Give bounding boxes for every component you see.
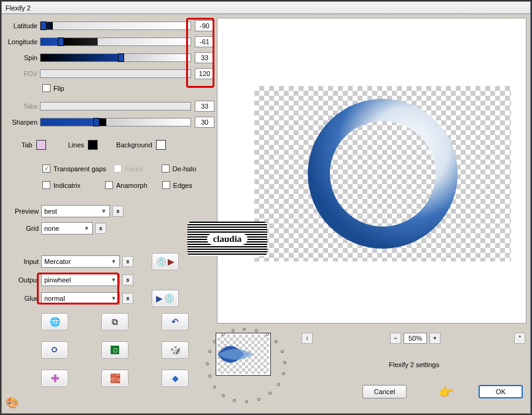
longitude-value[interactable]: -61	[195, 36, 214, 47]
gem-button[interactable]: ◆	[162, 370, 189, 387]
random-button[interactable]: 🎲	[162, 341, 189, 359]
grid-settings-button[interactable]: s	[95, 223, 106, 234]
latitude-label: Latitude	[4, 22, 40, 29]
zoom-value[interactable]: 50%	[404, 333, 427, 344]
flip-label: Flip	[53, 85, 65, 92]
collapse-button[interactable]: ˄	[514, 333, 525, 344]
edges-checkbox[interactable]	[162, 181, 170, 189]
dice-icon: 🎲	[170, 345, 181, 355]
spin-label: Spin	[4, 54, 40, 61]
latitude-value[interactable]: -90	[195, 20, 214, 31]
sharpen-slider[interactable]	[40, 118, 191, 126]
tabs-row: Tabs 33	[4, 101, 214, 112]
ring-preview-icon	[303, 94, 463, 254]
tab-color-swatch[interactable]	[36, 140, 46, 150]
transparent-gaps-checkbox[interactable]: ✓	[42, 165, 50, 173]
brick-button[interactable]: 🧱	[101, 370, 128, 387]
spin-slider[interactable]	[40, 53, 191, 62]
output-label: Output	[4, 276, 39, 284]
fov-value[interactable]: 120	[195, 68, 214, 79]
play-icon: ▶	[168, 257, 174, 266]
tabs-value[interactable]: 33	[195, 101, 214, 112]
sharpen-thumb[interactable]	[93, 118, 100, 126]
ring-icon: ⭘	[50, 344, 60, 355]
controls-panel: Latitude -90 Longitude -61 Spin 33	[2, 14, 217, 413]
chevron-down-icon: ▼	[100, 208, 108, 214]
output-combo-value: pinwheel	[44, 276, 71, 284]
tool-icon-grid: 🌐 ⧉ ↶ ⭘ ◻ 🎲 ✚ 🧱 ◆	[41, 313, 214, 387]
fov-label: FOV	[4, 70, 40, 77]
spin-row: Spin 33	[4, 52, 214, 63]
copy-icon: ⧉	[112, 317, 118, 327]
play-disc-button[interactable]: 💿▶	[152, 253, 179, 270]
glue-combo[interactable]: normal ▼	[41, 292, 120, 304]
zoom-out-button[interactable]: −	[390, 333, 401, 344]
fov-row: FOV 120	[4, 68, 214, 79]
settings-label: Flexify 2 settings	[389, 361, 439, 368]
zoom-in-button[interactable]: +	[429, 333, 440, 344]
chevron-down-icon: ▼	[109, 277, 118, 283]
play-disc-2-button[interactable]: ▶💿	[152, 290, 179, 307]
sharpen-row: Sharpen 30	[4, 117, 214, 128]
palette-icon[interactable]: 🎨	[6, 396, 19, 409]
anamorph-checkbox[interactable]	[105, 181, 113, 189]
input-combo[interactable]: Mercator ▼	[41, 255, 120, 268]
preview-settings-button[interactable]: s	[112, 206, 123, 217]
glue-settings-button[interactable]: s	[122, 293, 133, 304]
grid-combo[interactable]: none ▼	[41, 222, 93, 235]
longitude-thumb[interactable]	[58, 37, 64, 46]
window-title: Flexify 2	[2, 2, 530, 14]
lines-color-swatch[interactable]	[88, 140, 98, 150]
tabs-label: Tabs	[4, 103, 40, 110]
transparent-gaps-label: Transparent gaps	[53, 165, 106, 173]
dialog-window: Flexify 2 Latitude -90 Longitude -61 Spi…	[1, 1, 531, 414]
latitude-thumb[interactable]	[41, 21, 47, 30]
anamorph-label: Anamorph	[116, 182, 147, 189]
output-combo[interactable]: pinwheel ▼	[41, 274, 120, 286]
faces-checkbox	[114, 165, 122, 173]
indicatrix-checkbox[interactable]	[42, 181, 50, 189]
tabs-slider[interactable]	[40, 102, 191, 111]
target-button[interactable]: ◻	[101, 341, 128, 359]
undo-button[interactable]: ↶	[162, 313, 189, 330]
disc-icon: 💿	[164, 293, 174, 303]
preview-panel: i − 50% + ˄ Flexify 2 settings Cancel 👉 …	[217, 18, 526, 413]
indicatrix-label: Indicatrix	[53, 182, 80, 189]
plus-icon: ✚	[51, 373, 59, 384]
copy-button[interactable]: ⧉	[101, 313, 128, 330]
latitude-slider[interactable]	[40, 21, 191, 30]
input-settings-button[interactable]: s	[122, 256, 133, 267]
disc-icon: 💿	[156, 257, 166, 266]
watermark-text: claudia	[207, 233, 248, 245]
glue-combo-value: normal	[44, 295, 65, 302]
preview-canvas[interactable]	[217, 18, 526, 324]
chevron-down-icon: ▼	[109, 295, 118, 301]
undo-icon: ↶	[171, 317, 179, 327]
dehalo-checkbox[interactable]	[162, 165, 170, 173]
background-swatch-label: Background	[116, 141, 152, 149]
preview-combo[interactable]: best ▼	[41, 205, 110, 217]
ring-button[interactable]: ⭘	[41, 341, 68, 359]
background-color-swatch[interactable]	[156, 140, 166, 150]
grid-label: Grid	[4, 225, 39, 232]
source-thumbnail[interactable]	[216, 333, 271, 376]
spin-value[interactable]: 33	[195, 52, 214, 63]
play-icon: ▶	[156, 293, 163, 303]
preview-label: Preview	[4, 208, 39, 215]
longitude-slider[interactable]	[40, 37, 191, 46]
thumbnail-graphic	[217, 335, 269, 374]
sharpen-value[interactable]: 30	[195, 117, 214, 128]
flip-checkbox[interactable]	[42, 84, 50, 92]
spin-thumb[interactable]	[118, 53, 124, 62]
cancel-button[interactable]: Cancel	[362, 385, 407, 398]
watermark: claudia	[187, 222, 267, 256]
longitude-row: Longitude -61	[4, 36, 214, 47]
fov-slider[interactable]	[40, 69, 191, 78]
plus-button[interactable]: ✚	[41, 370, 68, 387]
globe-button[interactable]: 🌐	[41, 313, 68, 330]
square-target-icon: ◻	[111, 346, 119, 354]
output-settings-button[interactable]: s	[122, 274, 133, 285]
globe-icon: 🌐	[50, 317, 60, 327]
edges-label: Edges	[173, 182, 192, 189]
ok-button[interactable]: OK	[479, 385, 523, 398]
